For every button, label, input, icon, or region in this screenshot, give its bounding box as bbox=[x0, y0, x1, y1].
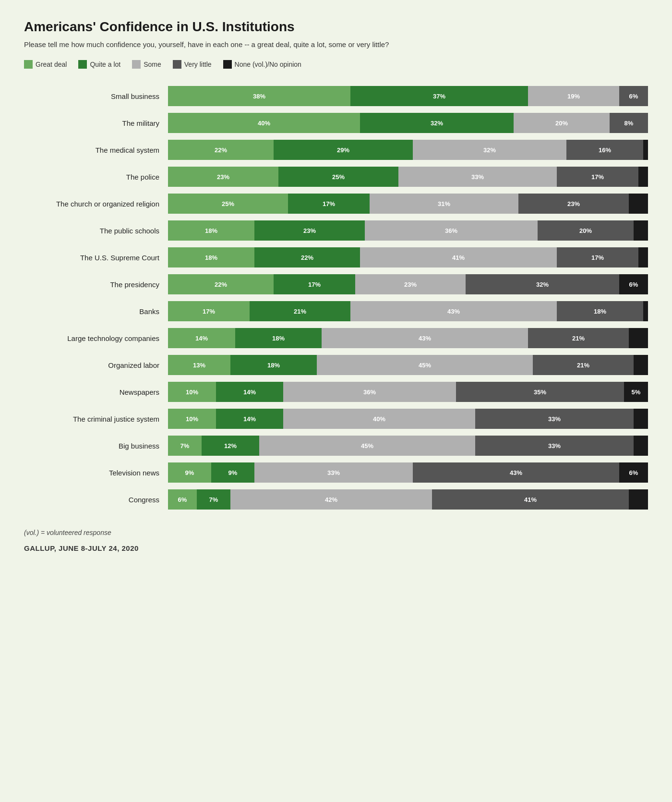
very-little-segment: 17% bbox=[557, 167, 638, 187]
some-segment: 36% bbox=[365, 220, 538, 241]
bar-container: 40%32%20%8% bbox=[168, 113, 648, 133]
none-segment bbox=[638, 247, 648, 267]
very-little-segment: 21% bbox=[528, 328, 629, 348]
quite-a-lot-segment: 17% bbox=[288, 194, 370, 214]
some-segment: 19% bbox=[528, 86, 619, 106]
some-segment: 32% bbox=[413, 140, 566, 160]
row-label: The church or organized religion bbox=[24, 200, 168, 208]
legend: Great dealQuite a lotSomeVery littleNone… bbox=[24, 60, 648, 69]
chart-row: Banks17%21%43%18% bbox=[24, 301, 648, 321]
bar-container: 7%12%45%33% bbox=[168, 436, 648, 456]
great-deal-segment: 22% bbox=[168, 274, 274, 294]
very-little-segment: 35% bbox=[456, 382, 624, 402]
footer-source: GALLUP, JUNE 8-JULY 24, 2020 bbox=[24, 544, 648, 552]
chart-row: Congress6%7%42%41% bbox=[24, 489, 648, 510]
great-deal-segment: 18% bbox=[168, 247, 254, 267]
very-little-segment: 17% bbox=[557, 247, 638, 267]
bar-container: 18%22%41%17% bbox=[168, 247, 648, 267]
great-deal-segment: 25% bbox=[168, 194, 288, 214]
none-segment bbox=[643, 301, 648, 321]
footer-note: (vol.) = volunteered response bbox=[24, 529, 648, 536]
none-segment bbox=[634, 220, 648, 241]
legend-item: Great deal bbox=[24, 60, 67, 69]
bar-container: 9%9%33%43%6% bbox=[168, 462, 648, 483]
legend-item: None (vol.)/No opinion bbox=[223, 60, 301, 69]
row-label: The criminal justice system bbox=[24, 415, 168, 423]
bar-container: 22%17%23%32%6% bbox=[168, 274, 648, 294]
bar-container: 22%29%32%16% bbox=[168, 140, 648, 160]
chart-title: Americans' Confidence in U.S. Institutio… bbox=[24, 19, 648, 35]
chart-row: Small business38%37%19%6% bbox=[24, 86, 648, 106]
legend-label: Some bbox=[144, 61, 161, 68]
some-segment: 42% bbox=[230, 489, 432, 510]
some-segment: 45% bbox=[259, 436, 475, 456]
chart-row: The presidency22%17%23%32%6% bbox=[24, 274, 648, 294]
very-little-segment: 32% bbox=[466, 274, 619, 294]
none-segment bbox=[629, 194, 648, 214]
very-little-segment: 8% bbox=[610, 113, 648, 133]
quite-a-lot-segment: 37% bbox=[350, 86, 528, 106]
none-segment bbox=[634, 355, 648, 375]
row-label: Big business bbox=[24, 442, 168, 450]
some-segment: 43% bbox=[350, 301, 557, 321]
row-label: Large technology companies bbox=[24, 334, 168, 342]
none-segment: 6% bbox=[619, 274, 648, 294]
great-deal-segment: 10% bbox=[168, 409, 216, 429]
legend-swatch bbox=[223, 60, 232, 69]
great-deal-segment: 22% bbox=[168, 140, 274, 160]
quite-a-lot-segment: 25% bbox=[278, 167, 398, 187]
great-deal-segment: 18% bbox=[168, 220, 254, 241]
quite-a-lot-segment: 29% bbox=[274, 140, 413, 160]
legend-item: Very little bbox=[173, 60, 212, 69]
legend-label: None (vol.)/No opinion bbox=[235, 61, 301, 68]
great-deal-segment: 23% bbox=[168, 167, 278, 187]
bar-container: 25%17%31%23% bbox=[168, 194, 648, 214]
great-deal-segment: 9% bbox=[168, 462, 211, 483]
very-little-segment: 41% bbox=[432, 489, 629, 510]
legend-label: Great deal bbox=[36, 61, 67, 68]
quite-a-lot-segment: 9% bbox=[211, 462, 254, 483]
great-deal-segment: 17% bbox=[168, 301, 250, 321]
quite-a-lot-segment: 17% bbox=[274, 274, 355, 294]
none-segment: 6% bbox=[619, 462, 648, 483]
none-segment bbox=[643, 140, 648, 160]
very-little-segment: 33% bbox=[475, 436, 634, 456]
quite-a-lot-segment: 14% bbox=[216, 382, 283, 402]
chart-row: The church or organized religion25%17%31… bbox=[24, 194, 648, 214]
bar-container: 17%21%43%18% bbox=[168, 301, 648, 321]
quite-a-lot-segment: 23% bbox=[254, 220, 365, 241]
great-deal-segment: 14% bbox=[168, 328, 235, 348]
none-segment bbox=[634, 409, 648, 429]
chart-row: The military40%32%20%8% bbox=[24, 113, 648, 133]
great-deal-segment: 13% bbox=[168, 355, 230, 375]
none-segment bbox=[634, 436, 648, 456]
quite-a-lot-segment: 18% bbox=[230, 355, 317, 375]
bar-container: 23%25%33%17% bbox=[168, 167, 648, 187]
some-segment: 31% bbox=[370, 194, 518, 214]
legend-label: Very little bbox=[184, 61, 212, 68]
legend-label: Quite a lot bbox=[90, 61, 120, 68]
some-segment: 40% bbox=[283, 409, 475, 429]
some-segment: 36% bbox=[283, 382, 456, 402]
legend-swatch bbox=[78, 60, 87, 69]
very-little-segment: 16% bbox=[566, 140, 643, 160]
quite-a-lot-segment: 7% bbox=[197, 489, 230, 510]
row-label: Organized labor bbox=[24, 361, 168, 369]
chart-row: Television news9%9%33%43%6% bbox=[24, 462, 648, 483]
chart-subtitle: Please tell me how much confidence you, … bbox=[24, 40, 648, 49]
chart-row: Large technology companies14%18%43%21% bbox=[24, 328, 648, 348]
legend-swatch bbox=[24, 60, 33, 69]
row-label: Television news bbox=[24, 469, 168, 477]
great-deal-segment: 38% bbox=[168, 86, 350, 106]
chart-row: Organized labor13%18%45%21% bbox=[24, 355, 648, 375]
quite-a-lot-segment: 22% bbox=[254, 247, 360, 267]
very-little-segment: 20% bbox=[538, 220, 634, 241]
bar-container: 18%23%36%20% bbox=[168, 220, 648, 241]
quite-a-lot-segment: 18% bbox=[235, 328, 322, 348]
great-deal-segment: 6% bbox=[168, 489, 197, 510]
bar-container: 13%18%45%21% bbox=[168, 355, 648, 375]
row-label: The medical system bbox=[24, 146, 168, 154]
row-label: Congress bbox=[24, 496, 168, 504]
chart-row: The criminal justice system10%14%40%33% bbox=[24, 409, 648, 429]
very-little-segment: 33% bbox=[475, 409, 634, 429]
